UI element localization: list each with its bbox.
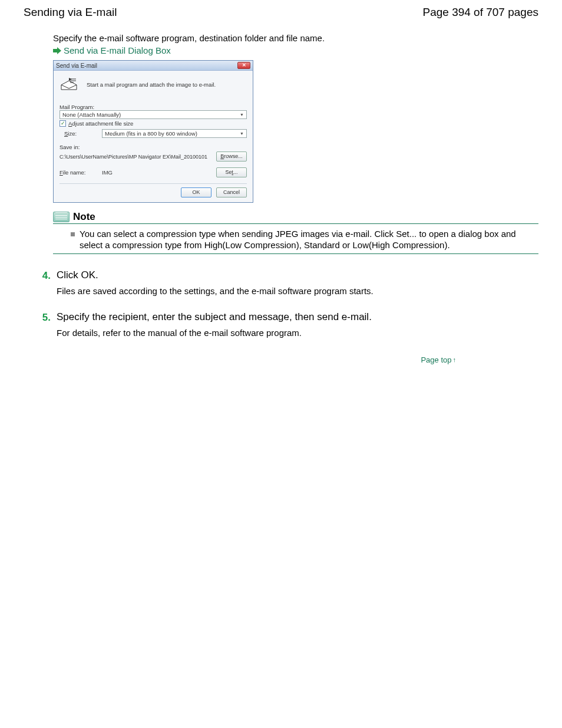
ok-button[interactable]: OK (181, 187, 211, 197)
step-number: 5. (40, 311, 51, 324)
close-icon[interactable]: ✕ (237, 62, 250, 69)
intro-text: Specify the e-mail software program, des… (53, 33, 538, 43)
mail-program-value: None (Attach Manually) (62, 111, 121, 118)
chevron-down-icon: ▼ (240, 111, 244, 118)
divider (59, 183, 247, 184)
step-para: For details, refer to the manual of the … (57, 328, 372, 338)
cross-ref-link[interactable]: Send via E-mail Dialog Box (53, 45, 538, 55)
page-title: Sending via E-mail (24, 6, 117, 19)
adjust-size-label: Adjust attachment file size (68, 120, 133, 127)
page-top-link[interactable]: Page top↑ (421, 355, 456, 364)
adjust-size-checkbox[interactable]: ✓ (59, 120, 66, 127)
dialog-title-bar: Send via E-mail ✕ (54, 61, 253, 71)
save-path-text: C:\Users\UserName\Pictures\MP Navigator … (59, 154, 213, 160)
size-select[interactable]: Medium (fits in a 800 by 600 window) ▼ (102, 129, 247, 138)
dialog-title-text: Send via E-mail (56, 62, 97, 69)
step-number: 4. (40, 269, 51, 282)
browse-button[interactable]: Browse... (216, 151, 247, 162)
mail-icon (59, 77, 78, 92)
chevron-down-icon: ▼ (240, 130, 244, 137)
step-5: 5. Specify the recipient, enter the subj… (40, 311, 538, 338)
size-value: Medium (fits in a 800 by 600 window) (105, 130, 197, 137)
bullet-icon (71, 232, 75, 236)
step-title: Specify the recipient, enter the subject… (57, 311, 372, 323)
step-para: Files are saved according to the setting… (57, 286, 373, 296)
file-name-value: IMG (102, 169, 211, 176)
file-name-label: File name: (59, 169, 97, 176)
size-label: Size: (59, 130, 97, 137)
dialog-description: Start a mail program and attach the imag… (87, 81, 216, 88)
set-button[interactable]: Set... (216, 167, 247, 177)
up-arrow-icon: ↑ (453, 356, 457, 363)
arrow-right-icon (53, 48, 61, 54)
page-counter: Page 394 of 707 pages (422, 6, 538, 19)
mail-program-select[interactable]: None (Attach Manually) ▼ (59, 110, 247, 119)
cross-ref-text: Send via E-mail Dialog Box (64, 45, 171, 55)
step-title: Click OK. (57, 269, 373, 281)
note-text: You can select a compression type when s… (80, 229, 537, 251)
cancel-button[interactable]: Cancel (216, 187, 247, 197)
page-top-label: Page top (421, 355, 451, 364)
note-block: Note You can select a compression type w… (53, 211, 538, 254)
save-in-label: Save in: (59, 144, 247, 150)
note-icon (53, 212, 70, 222)
note-heading: Note (73, 211, 95, 223)
mail-program-label: Mail Program: (59, 104, 247, 110)
send-via-email-dialog: Send via E-mail ✕ Start a mail program a… (53, 60, 253, 203)
step-4: 4. Click OK. Files are saved according t… (40, 269, 538, 296)
